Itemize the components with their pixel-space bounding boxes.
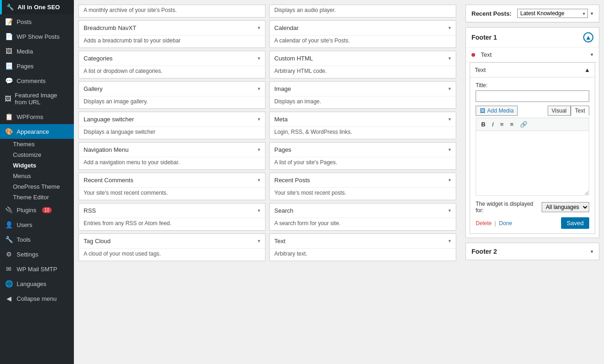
widget-calendar-header[interactable]: Calendar ▾ <box>270 21 456 35</box>
widget-text: Text ▾ Arbitrary text. <box>269 233 456 261</box>
widget-search-header[interactable]: Search ▾ <box>270 203 456 218</box>
footer1-text-select-row: Text <box>471 51 591 58</box>
sidebar-item-pages[interactable]: 📃 Pages <box>0 59 74 73</box>
pages-icon: 📃 <box>5 62 13 70</box>
footer1-text-arrow: ▾ <box>591 52 593 58</box>
footer1-area: Footer 1 ▲ Text ▾ Text ▲ Title: <box>465 27 599 238</box>
breadcrumb-navxt-arrow: ▾ <box>258 25 260 31</box>
sidebar-sub-onepress-theme[interactable]: OnePress Theme <box>0 181 74 192</box>
widget-recent-posts: Recent Posts ▾ Your site's most recent p… <box>269 173 456 200</box>
plugins-icon: 🔌 <box>5 206 13 214</box>
recent-posts-select-row: Recent Posts: Latest Knowledge <box>471 9 588 18</box>
main-area: A monthly archive of your site's Posts. … <box>74 0 604 364</box>
format-ordered-list-button[interactable]: ≡ <box>508 120 516 129</box>
add-media-button[interactable]: 🖼 Add Media <box>476 106 518 116</box>
add-media-icon: 🖼 <box>480 107 485 114</box>
widget-area: A monthly archive of your site's Posts. … <box>74 0 461 364</box>
sidebar-item-comments[interactable]: 💬 Comments <box>0 73 74 88</box>
recent-posts-label: Recent Posts: <box>471 10 512 17</box>
text-widget-expanded-arrow: ▲ <box>584 66 590 73</box>
sidebar-item-collapse[interactable]: ◀ Collapse menu <box>0 291 74 306</box>
sidebar-item-users[interactable]: 👤 Users <box>0 217 74 232</box>
sidebar-sub-menus[interactable]: Menus <box>0 171 74 181</box>
done-link[interactable]: Done <box>499 220 513 227</box>
footer1-collapse-button[interactable]: ▲ <box>583 32 593 42</box>
widget-custom-html-desc: Arbitrary HTML code. <box>270 66 456 78</box>
sidebar-sub-customize[interactable]: Customize <box>0 149 74 160</box>
tools-icon: 🔧 <box>5 236 13 243</box>
text-widget-content[interactable] <box>476 131 589 196</box>
tab-visual[interactable]: Visual <box>548 106 571 116</box>
widget-col1: Breadcrumb NavXT ▾ Adds a breadcrumb tra… <box>79 20 266 264</box>
sidebar-item-media[interactable]: 🖼 Media <box>0 44 74 59</box>
widget-tag-cloud-header[interactable]: Tag Cloud ▾ <box>79 234 265 248</box>
visual-text-tabs: Visual Text <box>548 106 589 116</box>
text-widget-title-input[interactable] <box>476 90 589 102</box>
widget-rss-desc: Entries from any RSS or Atom feed. <box>79 218 265 230</box>
settings-icon: ⚙ <box>5 251 13 258</box>
widget-tag-cloud: Tag Cloud ▾ A cloud of your most used ta… <box>79 233 266 261</box>
widget-navigation-menu-header[interactable]: Navigation Menu ▾ <box>79 143 265 157</box>
pages-arrow: ▾ <box>448 147 451 153</box>
recent-posts-select[interactable]: Latest Knowledge <box>517 9 588 18</box>
text-arrow: ▾ <box>448 238 451 244</box>
recent-posts-area: Recent Posts: Latest Knowledge ▾ <box>465 5 599 23</box>
widget-breadcrumb-navxt-desc: Adds a breadcrumb trail to your sidebar <box>79 35 265 48</box>
text-widget-toolbar-row: 🖼 Add Media Visual Text <box>476 106 589 116</box>
widget-gallery: Gallery ▾ Displays an image gallery. <box>79 81 266 109</box>
delete-link[interactable]: Delete <box>476 220 492 227</box>
sidebar-item-settings[interactable]: ⚙ Settings <box>0 247 74 262</box>
sidebar-item-tools[interactable]: 🔧 Tools <box>0 232 74 247</box>
sidebar-item-posts[interactable]: 📝 Posts <box>0 14 74 29</box>
widget-image: Image ▾ Displays an image. <box>269 81 456 109</box>
widget-recent-comments: Recent Comments ▾ Your site's most recen… <box>79 173 266 200</box>
widget-recent-comments-header[interactable]: Recent Comments ▾ <box>79 173 265 187</box>
format-link-button[interactable]: 🔗 <box>518 120 530 129</box>
format-italic-button[interactable]: I <box>489 120 496 129</box>
widget-gallery-header[interactable]: Gallery ▾ <box>79 82 265 96</box>
sidebar-sub-themes[interactable]: Themes <box>0 139 74 149</box>
widget-rss-header[interactable]: RSS ▾ <box>79 203 265 218</box>
tab-text[interactable]: Text <box>571 106 589 116</box>
widget-col2: Calendar ▾ A calendar of your site's Pos… <box>269 20 456 264</box>
sidebar-item-wpforms[interactable]: 📋 WPForms <box>0 109 74 124</box>
format-bold-button[interactable]: B <box>479 120 488 129</box>
sidebar-item-all-in-one-seo[interactable]: 🔧 All in One SEO <box>0 0 74 14</box>
sidebar-item-plugins[interactable]: 🔌 Plugins 10 <box>0 203 74 217</box>
recent-posts-select-wrapper: Latest Knowledge <box>517 9 588 18</box>
widget-navigation-menu-desc: Add a navigation menu to your sidebar. <box>79 157 265 169</box>
widget-image-header[interactable]: Image ▾ <box>270 82 456 96</box>
sidebar-item-wp-mail-smtp[interactable]: ✉ WP Mail SMTP <box>0 262 74 276</box>
footer2-header: Footer 2 ▾ <box>466 243 599 260</box>
calendar-arrow: ▾ <box>448 25 451 31</box>
sidebar-item-languages[interactable]: 🌐 Languages <box>0 276 74 291</box>
footer1-text-widget-row: Text ▾ <box>466 48 599 62</box>
sidebar-sub-theme-editor[interactable]: Theme Editor <box>0 192 74 203</box>
widget-categories-header[interactable]: Categories ▾ <box>79 51 265 66</box>
saved-button[interactable]: Saved <box>561 217 589 229</box>
text-widget-expanded: Text ▲ Title: 🖼 Add Media Visual Text <box>470 62 595 234</box>
widget-meta-header[interactable]: Meta ▾ <box>270 112 456 126</box>
recent-posts-chevron: ▾ <box>591 11 593 17</box>
navigation-menu-arrow: ▾ <box>258 147 260 153</box>
sidebar-item-appearance[interactable]: 🎨 Appearance <box>0 124 74 139</box>
sidebar-sub-widgets[interactable]: Widgets <box>0 160 74 171</box>
lang-select[interactable]: All languages <box>542 202 589 212</box>
widget-breadcrumb-navxt-header[interactable]: Breadcrumb NavXT ▾ <box>79 21 265 35</box>
widget-language-switcher-desc: Displays a language switcher <box>79 126 265 139</box>
language-switcher-arrow: ▾ <box>258 116 260 122</box>
widget-text-header[interactable]: Text ▾ <box>270 234 456 248</box>
widget-categories-desc: A list or dropdown of categories. <box>79 66 265 78</box>
wp-show-posts-icon: 📄 <box>5 33 13 40</box>
users-icon: 👤 <box>5 221 13 228</box>
widget-language-switcher-header[interactable]: Language switcher ▾ <box>79 112 265 126</box>
widget-recent-posts-header[interactable]: Recent Posts ▾ <box>270 173 456 187</box>
widget-custom-html-header[interactable]: Custom HTML ▾ <box>270 51 456 66</box>
widget-pages-desc: A list of your site's Pages. <box>270 157 456 169</box>
widget-pages-header[interactable]: Pages ▾ <box>270 143 456 157</box>
format-unordered-list-button[interactable]: ≡ <box>498 120 506 129</box>
sidebar-item-wp-show-posts[interactable]: 📄 WP Show Posts <box>0 29 74 44</box>
lang-row: The widget is displayed for: All languag… <box>476 201 589 214</box>
comments-icon: 💬 <box>5 77 13 84</box>
sidebar-item-featured-image[interactable]: 🖼 Featured Image from URL <box>0 88 74 109</box>
